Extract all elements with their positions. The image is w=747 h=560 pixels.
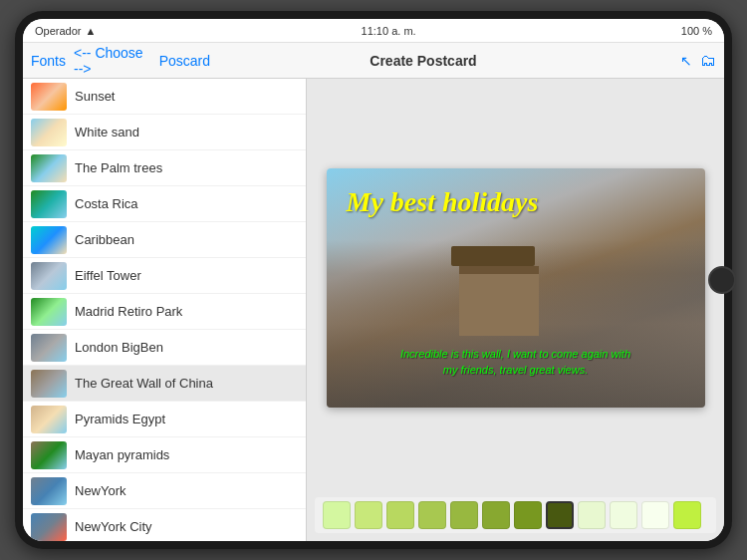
status-battery: 100 %: [681, 25, 712, 37]
list-item[interactable]: Pyramids Egypt: [23, 402, 306, 437]
list-item[interactable]: Eiffel Tower: [23, 258, 306, 294]
list-item-label: White sand: [75, 125, 139, 140]
color-swatch[interactable]: [514, 501, 542, 529]
color-swatch[interactable]: [578, 501, 606, 529]
color-swatch[interactable]: [418, 501, 446, 529]
wall-tower: [459, 266, 539, 336]
right-panel: My best holidays Incredible is this wall…: [307, 79, 724, 541]
color-swatch[interactable]: [386, 501, 414, 529]
home-button[interactable]: [708, 266, 736, 294]
list-item[interactable]: Mayan pyramids: [23, 437, 306, 473]
list-item-label: The Palm trees: [75, 160, 162, 175]
list-item-label: London BigBen: [75, 340, 163, 355]
nav-right: ↖ 🗂: [636, 52, 716, 70]
list-thumb: [31, 334, 67, 362]
color-swatch[interactable]: [610, 501, 637, 529]
nav-bar: Fonts <-- Choose --> Poscard Create Post…: [23, 43, 724, 79]
choose-button[interactable]: <-- Choose -->: [74, 45, 151, 77]
list-thumb: [31, 477, 67, 505]
list-item[interactable]: NewYork: [23, 473, 306, 509]
list-thumb: [31, 190, 67, 218]
color-swatch[interactable]: [673, 501, 701, 529]
list-thumb: [31, 83, 67, 111]
carrier-label: Operador: [35, 25, 81, 37]
list-item[interactable]: White sand: [23, 115, 306, 150]
list-item-label: The Great Wall of China: [75, 376, 213, 391]
list-item[interactable]: NewYork City: [23, 509, 306, 541]
list-thumb: [31, 370, 67, 398]
list-item-label: Eiffel Tower: [75, 268, 141, 283]
list-item-label: Caribbean: [75, 232, 134, 247]
tablet-screen: Operador ▲ 11:10 a. m. 100 % Fonts <-- C…: [23, 19, 724, 541]
list-item-label: NewYork City: [75, 519, 152, 534]
postcard-container: My best holidays Incredible is this wall…: [315, 87, 716, 489]
list-item[interactable]: The Palm trees: [23, 150, 306, 186]
postcard-title: My best holidays: [347, 186, 539, 218]
list-item[interactable]: Madrid Retiro Park: [23, 294, 306, 330]
color-swatch[interactable]: [323, 501, 351, 529]
color-swatch[interactable]: [355, 501, 382, 529]
left-panel: SunsetWhite sandThe Palm treesCosta Rica…: [23, 79, 307, 541]
list-thumb: [31, 406, 67, 433]
list-item[interactable]: The Great Wall of China: [23, 366, 306, 402]
folder-icon[interactable]: 🗂: [700, 52, 716, 70]
expand-icon[interactable]: ↖: [680, 53, 692, 69]
list-item-label: Sunset: [75, 89, 115, 104]
main-content: SunsetWhite sandThe Palm treesCosta Rica…: [23, 79, 724, 541]
tablet: Operador ▲ 11:10 a. m. 100 % Fonts <-- C…: [15, 11, 732, 549]
fonts-button[interactable]: Fonts: [31, 53, 66, 69]
list-item-label: NewYork: [75, 483, 126, 498]
list-thumb: [31, 154, 67, 182]
list-thumb: [31, 298, 67, 326]
status-left: Operador ▲: [35, 25, 96, 37]
color-swatch[interactable]: [450, 501, 478, 529]
color-swatch[interactable]: [641, 501, 669, 529]
wall-roof: [451, 246, 535, 266]
list-thumb: [31, 119, 67, 146]
list-thumb: [31, 441, 67, 469]
color-swatch[interactable]: [546, 501, 574, 529]
list-item-label: Mayan pyramids: [75, 447, 169, 462]
list-item-label: Costa Rica: [75, 196, 138, 211]
postcard[interactable]: My best holidays Incredible is this wall…: [327, 168, 705, 408]
nav-title: Create Postcard: [210, 53, 636, 69]
wifi-icon: ▲: [85, 25, 96, 37]
status-time: 11:10 a. m.: [362, 25, 416, 37]
color-swatches: [315, 497, 716, 533]
list-thumb: [31, 262, 67, 290]
list-thumb: [31, 513, 67, 541]
list-item[interactable]: Sunset: [23, 79, 306, 115]
list-item-label: Pyramids Egypt: [75, 412, 165, 426]
list-item-label: Madrid Retiro Park: [75, 304, 182, 319]
list-item[interactable]: London BigBen: [23, 330, 306, 366]
postcard-button[interactable]: Poscard: [159, 53, 210, 69]
color-swatch[interactable]: [482, 501, 510, 529]
list-thumb: [31, 226, 67, 254]
list-item[interactable]: Costa Rica: [23, 186, 306, 222]
nav-left: Fonts <-- Choose --> Poscard: [31, 45, 210, 77]
postcard-subtitle: Incredible is this wall, I want to come …: [347, 347, 685, 378]
status-bar: Operador ▲ 11:10 a. m. 100 %: [23, 19, 724, 43]
list-item[interactable]: Caribbean: [23, 222, 306, 258]
